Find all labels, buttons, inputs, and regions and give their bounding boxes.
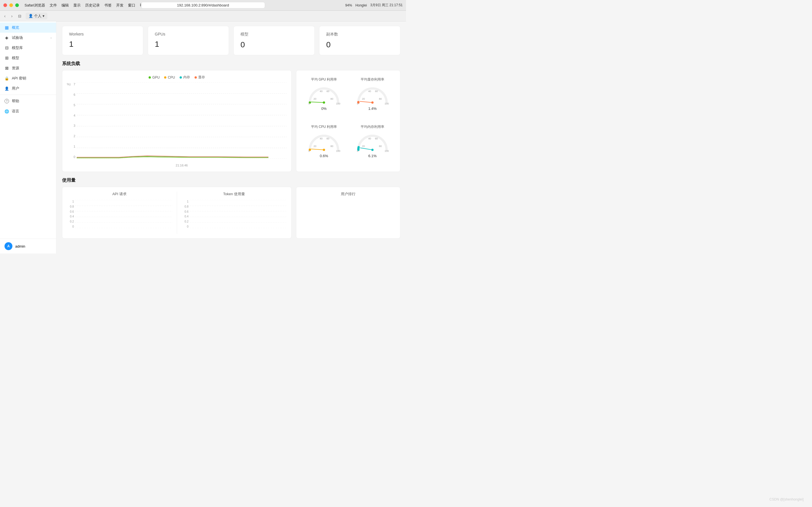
usage-row: API 请求 1 0.8 0.6 0.4 0.2 0: [62, 187, 400, 238]
stat-label-gpus: GPUs: [155, 32, 222, 36]
legend-label-vram: 显存: [198, 75, 205, 80]
svg-point-39: [371, 149, 373, 151]
api-requests-chart: 1 0.8 0.6 0.4 0.2 0: [67, 200, 172, 234]
api-requests-panel: API 请求 1 0.8 0.6 0.4 0.2 0: [67, 191, 177, 234]
menu-window[interactable]: 窗口: [128, 3, 135, 8]
chart-legend: GPU CPU 内存 显存: [67, 75, 287, 80]
token-chart-svg: [190, 200, 287, 228]
traffic-lights: [3, 3, 19, 7]
svg-text:20: 20: [362, 145, 365, 148]
sidebar-item-model[interactable]: ⊞ 模型: [0, 53, 56, 63]
api-requests-title: API 请求: [67, 191, 172, 196]
sidebar-item-playground[interactable]: ◈ 试验场 ›: [0, 33, 56, 43]
sidebar-item-overview[interactable]: ▦ 概览: [0, 22, 56, 33]
stat-label-models: 模型: [241, 32, 308, 37]
user-rank-title: 用户排行: [301, 191, 396, 196]
svg-text:0: 0: [308, 150, 310, 152]
resource-icon: ⊠: [4, 66, 9, 70]
sidebar-item-model-lib[interactable]: ⊟ 模型库: [0, 43, 56, 53]
sidebar-item-label: API 密钥: [12, 76, 52, 81]
chart-timestamp: 21:16:46: [77, 162, 287, 167]
legend-label-memory: 内存: [183, 75, 190, 80]
line-chart-svg: [77, 82, 287, 159]
sidebar-item-label: 模型库: [12, 45, 52, 50]
svg-text:80: 80: [331, 98, 333, 100]
svg-text:20: 20: [313, 98, 316, 100]
sidebar-item-resource[interactable]: ⊠ 资源: [0, 63, 56, 73]
svg-text:60: 60: [326, 137, 329, 140]
forward-button[interactable]: ›: [10, 13, 14, 19]
gauge-cards: 平均 GPU 利用率 0 100 20 80 40 60 0%: [296, 70, 400, 172]
sidebar-user[interactable]: A admin: [0, 239, 56, 253]
api-y-axis: 1 0.8 0.6 0.4 0.2 0: [67, 200, 75, 228]
system-load-title: 系统负载: [62, 61, 400, 67]
legend-cpu: CPU: [164, 75, 175, 80]
titlebar-menus: Safari浏览器 文件 编辑 显示 历史记录 书签 开发 窗口 帮助: [24, 3, 147, 8]
language-icon: 🌐: [4, 109, 9, 114]
legend-dot-cpu: [164, 76, 166, 78]
usage-split: API 请求 1 0.8 0.6 0.4 0.2 0: [67, 191, 287, 234]
sidebar-item-language[interactable]: 🌐 语言: [0, 106, 56, 116]
menu-view[interactable]: 显示: [73, 3, 81, 8]
overview-icon: ▦: [4, 25, 9, 30]
gauge-memory-svg: 0 100 20 80 40 60: [354, 131, 391, 153]
svg-text:80: 80: [379, 98, 382, 100]
chevron-down-icon: ›: [50, 36, 52, 40]
titlebar: Safari浏览器 文件 编辑 显示 历史记录 书签 开发 窗口 帮助 192.…: [0, 0, 406, 11]
menu-develop[interactable]: 开发: [116, 3, 123, 8]
stat-card-replicas: 副本数 0: [319, 26, 400, 55]
url-text: 192.168.100.2:890/#/dashboard: [177, 3, 229, 7]
lock-icon: 🔒: [4, 76, 9, 80]
user-name: Honglei: [356, 3, 367, 7]
svg-point-15: [323, 101, 325, 104]
sidebar-user-section: A admin: [0, 238, 56, 253]
legend-vram: 显存: [195, 75, 205, 80]
maximize-button[interactable]: [15, 3, 19, 7]
api-chart-svg: [75, 200, 172, 228]
sidebar: ▦ 概览 ◈ 试验场 › ⊟ 模型库 ⊞ 模型 ⊠ 资源 🔒 API 密钥 👤 …: [0, 21, 56, 253]
sidebar-toggle-button[interactable]: ⊟: [17, 13, 23, 19]
svg-text:100: 100: [385, 102, 389, 105]
gauge-vram: 平均显存利用率 0 100 20 80 40 60 1.4%: [349, 75, 396, 120]
legend-label-gpu: GPU: [152, 75, 160, 79]
menu-edit[interactable]: 编辑: [61, 3, 69, 8]
svg-text:60: 60: [375, 137, 378, 140]
svg-point-23: [371, 101, 373, 104]
menu-file[interactable]: 文件: [50, 3, 57, 8]
stat-card-workers: Workers 1: [62, 26, 143, 55]
legend-gpu: GPU: [149, 75, 160, 80]
svg-text:100: 100: [385, 150, 389, 152]
svg-text:40: 40: [368, 137, 371, 140]
menu-history[interactable]: 历史记录: [85, 3, 100, 8]
sidebar-item-user[interactable]: 👤 用户: [0, 83, 56, 94]
stat-label-replicas: 副本数: [326, 32, 393, 37]
back-button[interactable]: ‹: [3, 13, 7, 19]
gauge-cpu-value: 0.6%: [320, 154, 328, 158]
menu-bookmarks[interactable]: 书签: [104, 3, 112, 8]
sidebar-item-label: 帮助: [12, 99, 52, 104]
sidebar-item-label: 资源: [12, 66, 52, 71]
stat-card-models: 模型 0: [234, 26, 315, 55]
gauge-gpu-svg: 0 100 20 80 40 60: [306, 84, 342, 105]
datetime: 3月9日 周三 21:17:51: [370, 3, 403, 8]
sidebar-item-label: 试验场: [12, 35, 48, 40]
usage-title: 使用量: [62, 177, 400, 183]
gauge-vram-svg: 0 100 20 80 40 60: [354, 84, 391, 105]
personal-tab[interactable]: 👤 个人 ▾: [26, 13, 47, 19]
minimize-button[interactable]: [9, 3, 13, 7]
svg-text:20: 20: [313, 145, 316, 148]
close-button[interactable]: [3, 3, 7, 7]
stats-row: Workers 1 GPUs 1 模型 0 副本数 0: [62, 26, 400, 55]
svg-text:40: 40: [368, 90, 371, 93]
username-label: admin: [15, 244, 25, 248]
menu-safari[interactable]: Safari浏览器: [24, 3, 45, 8]
legend-dot-gpu: [149, 76, 151, 78]
svg-text:40: 40: [320, 137, 322, 140]
sidebar-item-help[interactable]: ? 帮助: [0, 96, 56, 106]
gauge-gpu-title: 平均 GPU 利用率: [311, 77, 337, 82]
sidebar-item-api-key[interactable]: 🔒 API 密钥: [0, 73, 56, 83]
main-layout: ▦ 概览 ◈ 试验场 › ⊟ 模型库 ⊞ 模型 ⊠ 资源 🔒 API 密钥 👤 …: [0, 21, 406, 253]
stat-value-replicas: 0: [326, 40, 393, 49]
token-usage-title: Token 使用量: [182, 191, 287, 196]
address-bar[interactable]: 192.168.100.2:890/#/dashboard: [141, 2, 265, 8]
